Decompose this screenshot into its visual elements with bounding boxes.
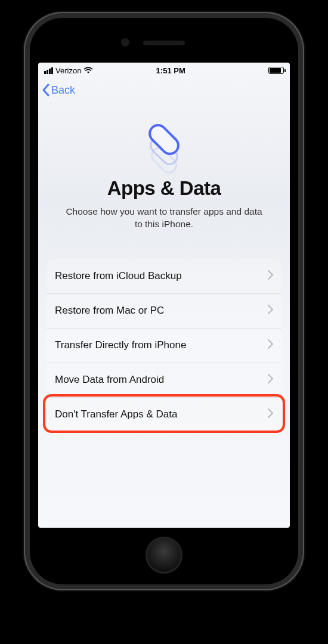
back-label: Back	[51, 84, 75, 97]
option-label: Restore from Mac or PC	[55, 305, 164, 317]
screen: Verizon 1:51 PM	[38, 63, 290, 528]
option-label: Restore from iCloud Backup	[55, 270, 182, 282]
phone-frame: Verizon 1:51 PM	[24, 12, 304, 590]
status-time: 1:51 PM	[93, 66, 248, 75]
page-subtitle: Choose how you want to transfer apps and…	[50, 200, 278, 231]
phone-camera	[121, 38, 129, 47]
option-dont-transfer[interactable]: Don't Transfer Apps & Data	[47, 398, 281, 432]
hero: Apps & Data Choose how you want to trans…	[38, 102, 290, 237]
home-button[interactable]	[146, 537, 182, 574]
status-bar: Verizon 1:51 PM	[38, 63, 290, 78]
option-restore-icloud[interactable]: Restore from iCloud Backup	[47, 259, 281, 294]
nav-bar: Back	[38, 78, 290, 102]
battery-icon	[268, 67, 284, 74]
option-restore-mac-pc[interactable]: Restore from Mac or PC	[47, 294, 281, 329]
option-label: Don't Transfer Apps & Data	[55, 408, 177, 420]
wifi-icon	[83, 67, 93, 74]
back-button[interactable]: Back	[42, 83, 75, 97]
svg-rect-2	[146, 122, 181, 157]
option-label: Move Data from Android	[55, 374, 164, 386]
page-title: Apps & Data	[107, 177, 221, 200]
option-transfer-iphone[interactable]: Transfer Directly from iPhone	[47, 329, 281, 363]
chevron-right-icon	[268, 339, 273, 352]
carrier-label: Verizon	[55, 66, 81, 75]
chevron-right-icon	[268, 305, 273, 317]
options-list: Restore from iCloud Backup Restore from …	[47, 259, 281, 432]
chevron-right-icon	[268, 374, 273, 386]
option-label: Transfer Directly from iPhone	[55, 339, 186, 351]
phone-bezel: Verizon 1:51 PM	[30, 18, 298, 584]
apps-data-icon	[137, 120, 191, 174]
cell-signal-icon	[44, 67, 53, 74]
phone-speaker	[143, 41, 185, 45]
chevron-left-icon	[42, 83, 50, 97]
chevron-right-icon	[268, 408, 273, 421]
chevron-right-icon	[268, 270, 273, 283]
option-move-android[interactable]: Move Data from Android	[47, 363, 281, 398]
